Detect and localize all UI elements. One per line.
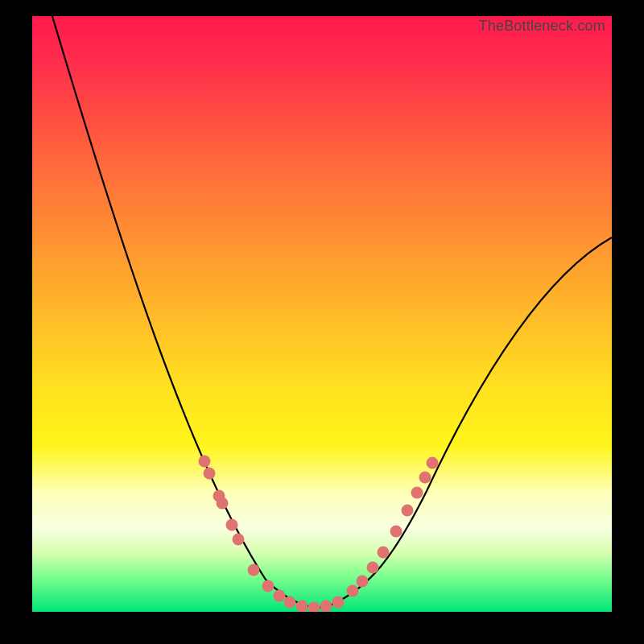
data-point bbox=[320, 601, 332, 613]
data-point bbox=[284, 597, 296, 609]
data-point bbox=[248, 564, 260, 576]
data-point bbox=[419, 472, 431, 484]
data-point bbox=[378, 547, 390, 559]
data-point bbox=[332, 597, 345, 609]
marker-group bbox=[199, 456, 439, 613]
data-point bbox=[390, 526, 402, 538]
data-point bbox=[427, 457, 439, 469]
data-point bbox=[226, 519, 238, 531]
data-point bbox=[367, 562, 379, 574]
chart-svg bbox=[32, 16, 612, 612]
data-point bbox=[204, 468, 216, 480]
data-point bbox=[296, 601, 308, 613]
data-point bbox=[411, 487, 423, 499]
chart-canvas: TheBottleneck.com bbox=[32, 16, 612, 612]
data-point bbox=[233, 534, 245, 546]
data-point bbox=[217, 497, 229, 510]
data-point bbox=[347, 585, 359, 597]
data-point bbox=[199, 456, 211, 468]
data-point bbox=[308, 602, 320, 613]
data-point bbox=[274, 590, 286, 602]
data-point bbox=[262, 580, 275, 592]
data-point bbox=[402, 505, 414, 517]
bottleneck-curve bbox=[50, 16, 612, 608]
data-point bbox=[357, 576, 369, 588]
